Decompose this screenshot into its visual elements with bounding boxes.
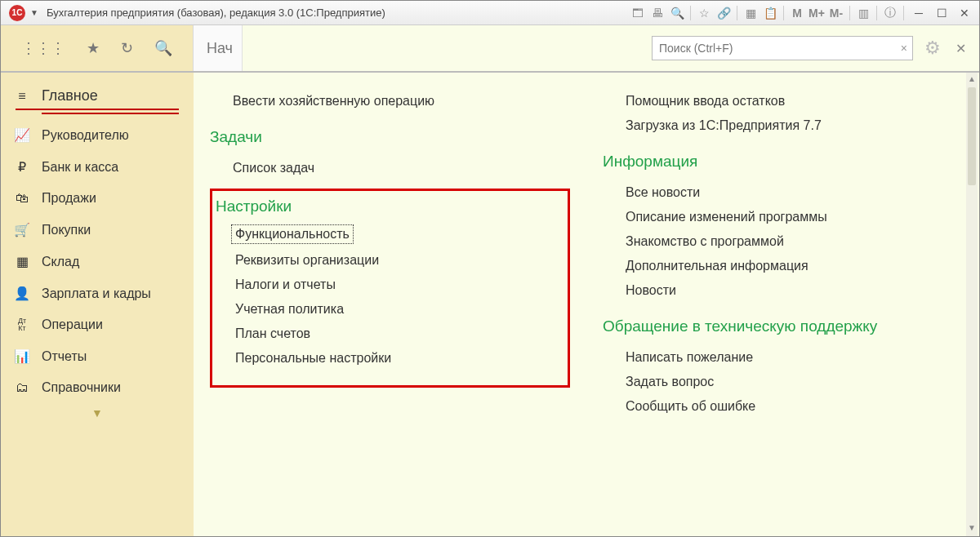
separator [690,6,691,20]
sidebar-item-salary[interactable]: 👤 Зарплата и кадры [1,277,194,309]
sidebar-item-bank[interactable]: ₽ Банк и касса [1,151,194,183]
star-icon[interactable]: ☆ [695,4,713,22]
sidebar-label: Справочники [42,380,121,395]
left-column: Ввести хозяйственную операцию Задачи Спи… [210,89,570,419]
link-icon[interactable]: 🔗 [715,4,733,22]
separator [876,6,877,20]
menu-item[interactable]: Учетная политика [212,297,558,322]
bag-icon: 🛍 [14,191,30,206]
panel-icon[interactable]: ▥ [854,4,872,22]
section-header-support: Обращение в техническую поддержку [603,317,963,335]
main-panel: Ввести хозяйственную операцию Задачи Спи… [194,73,979,536]
menu-item[interactable]: Все новости [603,180,963,205]
panel-close-icon[interactable]: ✕ [956,41,966,56]
active-underline [42,113,179,114]
search-input[interactable] [659,42,906,55]
sidebar-item-main[interactable]: ≡ Главное [1,79,194,113]
calendar-icon[interactable]: 📋 [761,4,779,22]
sidebar-label: Отчеты [42,349,87,364]
menu-item[interactable]: Новости [603,278,963,303]
sidebar-label: Главное [42,87,98,104]
sidebar: ≡ Главное 📈 Руководителю ₽ Банк и касса … [1,73,194,536]
menu-item[interactable]: План счетов [212,322,558,346]
separator [783,6,784,20]
sidebar-item-purchases[interactable]: 🛒 Покупки [1,214,194,246]
scroll-down-icon[interactable]: ▼ [966,523,978,535]
preview-icon[interactable]: 🔍 [668,4,686,22]
content-row: ≡ Главное 📈 Руководителю ₽ Банк и касса … [1,73,979,536]
sidebar-label: Склад [42,255,79,269]
sidebar-item-reports[interactable]: 📊 Отчеты [1,340,194,372]
toolbar-left: ⋮⋮⋮ ★ ↻ 🔍 [1,25,194,71]
sidebar-label: Руководителю [42,128,129,143]
m-icon[interactable]: M [788,4,806,22]
sidebar-item-references[interactable]: 🗂 Справочники [1,372,194,403]
separator [849,6,850,20]
menu-item[interactable]: Ввести хозяйственную операцию [210,89,570,113]
history-icon[interactable]: ↻ [121,39,133,57]
toolbar-right: × ⚙ ✕ [243,25,979,71]
sidebar-item-warehouse[interactable]: ▦ Склад [1,246,194,277]
menu-item[interactable]: Дополнительная информация [603,254,963,278]
cart-icon: 🛒 [14,222,30,237]
menu-item[interactable]: Загрузка из 1С:Предприятия 7.7 [603,113,963,138]
section-header-info: Информация [603,153,963,171]
columns: Ввести хозяйственную операцию Задачи Спи… [210,89,963,419]
separator [903,6,904,20]
favorite-icon[interactable]: ★ [87,39,100,57]
menu-item-functionality[interactable]: Функциональность [232,225,353,243]
menu-item[interactable]: Знакомство с программой [603,229,963,254]
sidebar-label: Банк и касса [42,160,118,175]
menu-item[interactable]: Помощник ввода остатков [603,89,963,113]
grid-icon[interactable]: ⋮⋮⋮ [21,39,65,57]
save-icon[interactable]: 🗔 [629,4,647,22]
app-logo: 1С [9,5,25,21]
menu-item[interactable]: Список задач [210,156,570,180]
scroll-up-icon[interactable]: ▲ [966,74,978,86]
dtkt-icon: Дт Кт [14,317,30,332]
minimize-button[interactable]: ─ [907,4,930,22]
search-box[interactable]: × [652,36,913,60]
menu-item[interactable]: Описание изменений программы [603,205,963,229]
menu-item[interactable]: Персональные настройки [212,346,558,371]
boxes-icon: ▦ [14,254,30,269]
scrollbar[interactable]: ▲ ▼ [966,73,978,536]
sidebar-label: Продажи [42,191,96,206]
tab-stub[interactable]: Нач [194,25,243,71]
sidebar-expand-icon[interactable]: ▼ [1,403,194,419]
app-window: 1С ▼ Бухгалтерия предприятия (базовая), … [0,0,980,537]
toolbar-row: ⋮⋮⋮ ★ ↻ 🔍 Нач × ⚙ ✕ [1,25,979,73]
section-header-settings: Настройки [216,197,558,215]
scroll-thumb[interactable] [968,87,976,185]
section-header-tasks: Задачи [210,128,570,146]
sidebar-item-operations[interactable]: Дт Кт Операции [1,309,194,340]
chart-icon: 📈 [14,127,30,143]
maximize-button[interactable]: ☐ [930,4,953,22]
separator [737,6,737,20]
sidebar-label: Зарплата и кадры [42,286,151,301]
bars-icon: 📊 [14,348,30,364]
menu-item[interactable]: Сообщить об ошибке [603,394,963,419]
print-icon[interactable]: 🖶 [648,4,666,22]
sidebar-label: Покупки [42,223,91,237]
sidebar-item-sales[interactable]: 🛍 Продажи [1,183,194,214]
close-button[interactable]: ✕ [953,4,976,22]
title-dropdown-icon[interactable]: ▼ [30,8,38,17]
info-icon[interactable]: ⓘ [881,4,899,22]
person-icon: 👤 [14,286,30,301]
menu-item[interactable]: Налоги и отчеты [212,273,558,297]
menu-item[interactable]: Задать вопрос [603,370,963,394]
settings-gear-icon[interactable]: ⚙ [924,38,941,59]
m-plus-icon[interactable]: M+ [808,4,826,22]
ruble-icon: ₽ [14,159,30,175]
search-clear-icon[interactable]: × [901,42,907,55]
sidebar-item-manager[interactable]: 📈 Руководителю [1,119,194,151]
calc-icon[interactable]: ▦ [742,4,760,22]
sidebar-label: Операции [42,317,103,332]
menu-item[interactable]: Реквизиты организации [212,248,558,273]
folder-icon: 🗂 [14,380,30,395]
m-minus-icon[interactable]: M- [827,4,845,22]
menu-item[interactable]: Написать пожелание [603,345,963,370]
window-title: Бухгалтерия предприятия (базовая), редак… [47,7,385,19]
search-tool-icon[interactable]: 🔍 [154,39,172,57]
